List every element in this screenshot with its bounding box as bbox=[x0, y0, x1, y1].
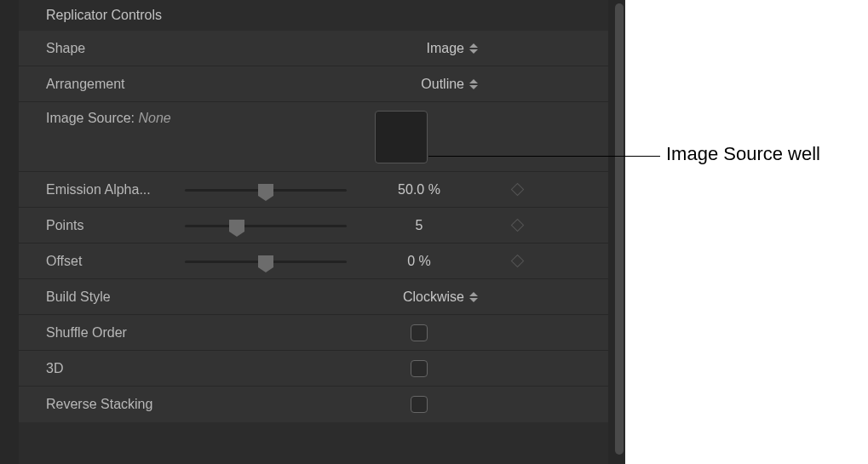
emission-alpha-value[interactable]: 50.0 % bbox=[355, 182, 483, 198]
image-source-label-text: Image Source: bbox=[46, 111, 139, 125]
reverse-stacking-checkbox[interactable] bbox=[411, 396, 428, 413]
row-image-source: Image Source: None bbox=[19, 102, 608, 172]
build-style-popup[interactable]: Clockwise bbox=[355, 289, 483, 305]
shape-value: Image bbox=[427, 41, 464, 56]
label-shuffle-order: Shuffle Order bbox=[19, 325, 185, 341]
arrangement-value: Outline bbox=[421, 77, 464, 92]
callout-label: Image Source well bbox=[666, 143, 820, 165]
build-style-value: Clockwise bbox=[403, 289, 464, 305]
label-image-source: Image Source: None bbox=[19, 111, 185, 126]
row-arrangement: Arrangement Outline bbox=[19, 66, 608, 102]
vertical-scrollbar[interactable] bbox=[615, 3, 624, 455]
row-3d: 3D bbox=[19, 351, 608, 387]
image-source-value-text: None bbox=[139, 111, 171, 125]
inspector-panel: Replicator Controls Shape Image Arrangem… bbox=[0, 0, 625, 464]
inspector-inner: Replicator Controls Shape Image Arrangem… bbox=[19, 0, 608, 464]
label-3d: 3D bbox=[19, 361, 185, 376]
slider-thumb-icon[interactable] bbox=[229, 220, 244, 232]
label-emission-alpha: Emission Alpha... bbox=[19, 182, 185, 198]
slider-thumb-icon[interactable] bbox=[258, 184, 273, 196]
row-offset: Offset 0 % bbox=[19, 243, 608, 279]
label-arrangement: Arrangement bbox=[19, 77, 185, 92]
points-value[interactable]: 5 bbox=[355, 218, 483, 233]
row-build-style: Build Style Clockwise bbox=[19, 279, 608, 315]
section-title: Replicator Controls bbox=[46, 8, 162, 23]
section-header: Replicator Controls bbox=[19, 0, 608, 31]
row-reverse-stacking: Reverse Stacking bbox=[19, 387, 608, 422]
image-source-well[interactable] bbox=[375, 111, 428, 163]
label-offset: Offset bbox=[19, 254, 185, 269]
arrangement-popup[interactable]: Outline bbox=[355, 77, 483, 92]
shuffle-order-checkbox[interactable] bbox=[411, 324, 428, 341]
label-points: Points bbox=[19, 218, 185, 233]
emission-alpha-slider[interactable] bbox=[185, 182, 347, 198]
row-emission-alpha: Emission Alpha... 50.0 % bbox=[19, 172, 608, 208]
callout-line bbox=[428, 156, 660, 157]
offset-value[interactable]: 0 % bbox=[355, 254, 483, 269]
keyframe-icon[interactable] bbox=[510, 219, 524, 232]
popup-arrows-icon bbox=[469, 79, 478, 89]
popup-arrows-icon bbox=[469, 292, 478, 302]
label-reverse-stacking: Reverse Stacking bbox=[19, 397, 185, 412]
label-shape: Shape bbox=[19, 41, 185, 56]
row-shuffle-order: Shuffle Order bbox=[19, 315, 608, 351]
3d-checkbox[interactable] bbox=[411, 360, 428, 377]
shape-popup[interactable]: Image bbox=[355, 41, 483, 56]
label-build-style: Build Style bbox=[19, 289, 185, 305]
offset-slider[interactable] bbox=[185, 254, 347, 269]
keyframe-icon[interactable] bbox=[510, 183, 524, 197]
row-shape: Shape Image bbox=[19, 31, 608, 66]
row-points: Points 5 bbox=[19, 208, 608, 243]
points-slider[interactable] bbox=[185, 218, 347, 233]
slider-thumb-icon[interactable] bbox=[258, 255, 273, 267]
popup-arrows-icon bbox=[469, 43, 478, 54]
keyframe-icon[interactable] bbox=[510, 255, 524, 268]
